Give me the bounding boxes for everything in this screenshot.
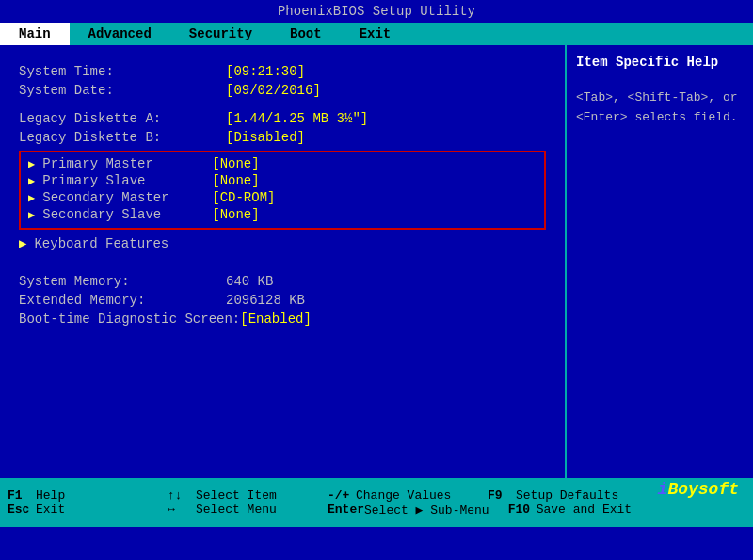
- menu-bar: Main Advanced Security Boot Exit: [0, 23, 753, 45]
- desc-save-exit: Save and Exit: [537, 503, 649, 517]
- legacy-b-label: Legacy Diskette B:: [19, 130, 226, 145]
- secondary-slave-arrow: ▶: [28, 208, 35, 222]
- boot-diag-row: Boot-time Diagnostic Screen: [Enabled]: [19, 312, 546, 327]
- system-date-row: System Date: [09/02/2016]: [19, 83, 546, 98]
- boot-diag-label: Boot-time Diagnostic Screen:: [19, 312, 240, 327]
- key-esc: Esc: [8, 503, 36, 517]
- help-panel-title: Item Specific Help: [576, 55, 744, 70]
- key-f9: F9: [488, 488, 516, 503]
- menu-item-exit[interactable]: Exit: [341, 23, 410, 45]
- system-time-row: System Time: [09:21:30]: [19, 64, 546, 79]
- secondary-master-value: [CD-ROM]: [212, 190, 275, 205]
- keyboard-features-arrow: ▶: [19, 235, 26, 251]
- secondary-master-row[interactable]: ▶ Secondary Master [CD-ROM]: [28, 190, 537, 205]
- right-panel: Item Specific Help <Tab>, <Shift-Tab>, o…: [565, 45, 753, 478]
- legacy-b-value: [Disabled]: [226, 130, 305, 145]
- desc-select-submenu: Select ▶ Sub-Menu: [364, 503, 489, 518]
- keyboard-features-row[interactable]: ▶ Keyboard Features: [19, 235, 546, 251]
- key-enter: Enter: [328, 503, 364, 517]
- extended-memory-value: 2096128 KB: [226, 293, 305, 308]
- drives-section: ▶ Primary Master [None] ▶ Primary Slave …: [19, 151, 546, 230]
- secondary-master-label: Secondary Master: [42, 190, 212, 205]
- secondary-slave-label: Secondary Slave: [42, 207, 212, 222]
- primary-slave-arrow: ▶: [28, 174, 35, 188]
- desc-change-values: Change Values: [356, 488, 469, 503]
- secondary-slave-row[interactable]: ▶ Secondary Slave [None]: [28, 207, 537, 222]
- primary-slave-value: [None]: [212, 173, 259, 188]
- bottom-row-1: F1 Help ↑↓ Select Item -/+ Change Values…: [8, 488, 745, 503]
- menu-item-security[interactable]: Security: [170, 23, 271, 45]
- desc-select-item: Select Item: [196, 488, 309, 503]
- extended-memory-label: Extended Memory:: [19, 293, 226, 308]
- left-panel: System Time: [09:21:30] System Date: [09…: [0, 45, 565, 478]
- system-time-highlight[interactable]: 09: [233, 64, 249, 79]
- bottom-row-2: Esc Exit ↔ Select Menu Enter Select ▶ Su…: [8, 503, 745, 518]
- primary-master-label: Primary Master: [42, 156, 212, 171]
- system-memory-row: System Memory: 640 KB: [19, 274, 546, 289]
- legacy-a-label: Legacy Diskette A:: [19, 111, 226, 126]
- legacy-a-value: [1.44/1.25 MB 3½"]: [226, 111, 368, 126]
- secondary-slave-value: [None]: [212, 207, 259, 222]
- system-date-label: System Date:: [19, 83, 226, 98]
- key-plusminus: -/+: [328, 488, 356, 503]
- bottom-bar: F1 Help ↑↓ Select Item -/+ Change Values…: [0, 478, 753, 527]
- system-date-value: [09/02/2016]: [226, 83, 321, 98]
- key-leftright: ↔: [168, 503, 196, 517]
- primary-master-value: [None]: [212, 156, 259, 171]
- system-time-label: System Time:: [19, 64, 226, 79]
- legacy-a-row: Legacy Diskette A: [1.44/1.25 MB 3½"]: [19, 111, 546, 126]
- desc-select-menu: Select Menu: [196, 503, 309, 517]
- key-f1: F1: [8, 488, 36, 503]
- watermark: iBoysoft: [658, 480, 739, 499]
- memory-section: System Memory: 640 KB Extended Memory: 2…: [19, 274, 546, 327]
- keyboard-features-label: Keyboard Features: [34, 236, 203, 251]
- menu-item-advanced[interactable]: Advanced: [70, 23, 170, 45]
- primary-slave-label: Primary Slave: [42, 173, 212, 188]
- menu-item-main[interactable]: Main: [0, 23, 70, 45]
- menu-item-boot[interactable]: Boot: [271, 23, 341, 45]
- extended-memory-row: Extended Memory: 2096128 KB: [19, 293, 546, 308]
- watermark-prefix: i: [658, 480, 668, 499]
- main-layout: System Time: [09:21:30] System Date: [09…: [0, 45, 753, 478]
- watermark-suffix: Boysoft: [667, 480, 739, 499]
- primary-master-row[interactable]: ▶ Primary Master [None]: [28, 156, 537, 171]
- desc-help: Help: [36, 488, 149, 503]
- system-time-value: [09:21:30]: [226, 64, 305, 79]
- help-panel-content: <Tab>, <Shift-Tab>, or <Enter> selects f…: [576, 88, 744, 128]
- primary-slave-row[interactable]: ▶ Primary Slave [None]: [28, 173, 537, 188]
- secondary-master-arrow: ▶: [28, 191, 35, 205]
- primary-master-arrow: ▶: [28, 157, 35, 171]
- boot-diag-value: [Enabled]: [240, 312, 312, 327]
- title-bar: PhoenixBIOS Setup Utility: [0, 0, 753, 23]
- bios-title: PhoenixBIOS Setup Utility: [278, 4, 475, 19]
- legacy-b-row: Legacy Diskette B: [Disabled]: [19, 130, 546, 145]
- key-updown: ↑↓: [168, 488, 196, 503]
- system-memory-value: 640 KB: [226, 274, 273, 289]
- desc-setup-defaults: Setup Defaults: [516, 488, 629, 503]
- system-memory-label: System Memory:: [19, 274, 226, 289]
- key-f10: F10: [508, 503, 537, 517]
- desc-exit: Exit: [36, 503, 149, 517]
